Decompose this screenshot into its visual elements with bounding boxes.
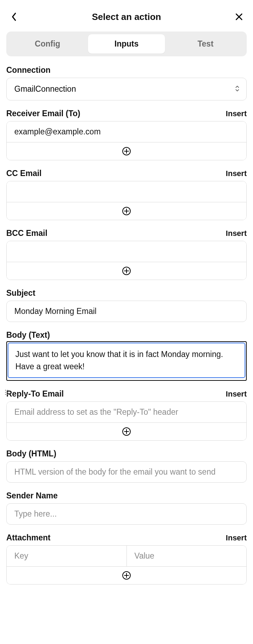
bcc-add-button[interactable]: [7, 262, 246, 280]
sender-name-section: Sender Name: [6, 491, 247, 525]
body-text-label: Body (Text): [6, 330, 50, 340]
attachment-insert-button[interactable]: Insert: [226, 533, 247, 542]
reply-to-label: Reply-To Email: [6, 389, 64, 399]
bcc-label: BCC Email: [6, 229, 48, 238]
body-html-input[interactable]: [6, 461, 247, 483]
select-caret-icon: [235, 85, 240, 93]
svg-point-12: [7, 390, 8, 391]
reply-to-section: Reply-To Email Insert: [6, 389, 247, 441]
plus-circle-icon: [122, 427, 131, 436]
reply-to-insert-button[interactable]: Insert: [226, 390, 247, 399]
tab-test[interactable]: Test: [167, 34, 244, 54]
chevron-left-icon: [11, 12, 17, 21]
receiver-label: Receiver Email (To): [6, 109, 80, 118]
cc-input[interactable]: [7, 181, 246, 202]
connection-label: Connection: [6, 65, 51, 75]
subject-label: Subject: [6, 288, 35, 298]
panel-title: Select an action: [20, 12, 233, 22]
attachment-value-input[interactable]: [127, 546, 247, 566]
subject-input[interactable]: [6, 301, 247, 322]
plus-circle-icon: [122, 266, 131, 275]
bcc-insert-button[interactable]: Insert: [226, 229, 247, 238]
reply-to-add-button[interactable]: [7, 423, 246, 440]
tab-bar: Config Inputs Test: [6, 31, 247, 56]
cc-add-button[interactable]: [7, 202, 246, 220]
subject-section: Subject: [6, 288, 247, 322]
tab-inputs[interactable]: Inputs: [88, 34, 165, 54]
body-text-textarea[interactable]: [8, 343, 245, 378]
body-html-section: Body (HTML): [6, 449, 247, 483]
body-text-section: Body (Text): [6, 330, 247, 381]
receiver-input[interactable]: [7, 121, 246, 142]
connection-section: Connection GmailConnection: [6, 65, 247, 100]
bcc-input[interactable]: [7, 241, 246, 262]
reply-to-input[interactable]: [7, 402, 246, 422]
connection-select[interactable]: GmailConnection: [6, 78, 247, 100]
sender-name-label: Sender Name: [6, 491, 58, 500]
svg-point-11: [5, 390, 6, 391]
receiver-section: Receiver Email (To) Insert: [6, 109, 247, 160]
drag-handle-icon[interactable]: [5, 389, 8, 397]
svg-point-14: [7, 392, 8, 393]
cc-insert-button[interactable]: Insert: [226, 169, 247, 178]
panel-header: Select an action: [6, 6, 247, 31]
attachment-label: Attachment: [6, 533, 51, 542]
plus-circle-icon: [122, 571, 131, 580]
back-button[interactable]: [8, 11, 20, 22]
svg-point-13: [5, 392, 6, 393]
bcc-section: BCC Email Insert: [6, 229, 247, 280]
attachment-section: Attachment Insert: [6, 533, 247, 584]
attachment-add-button[interactable]: [7, 567, 246, 584]
tab-config[interactable]: Config: [9, 34, 86, 54]
svg-point-16: [7, 394, 8, 395]
cc-label: CC Email: [6, 169, 42, 178]
cc-section: CC Email Insert: [6, 169, 247, 220]
receiver-add-button[interactable]: [7, 142, 246, 160]
body-html-label: Body (HTML): [6, 449, 56, 458]
close-button[interactable]: [233, 11, 245, 22]
attachment-key-input[interactable]: [7, 546, 127, 566]
receiver-insert-button[interactable]: Insert: [226, 109, 247, 118]
svg-point-15: [5, 394, 6, 395]
plus-circle-icon: [122, 147, 131, 156]
plus-circle-icon: [122, 206, 131, 216]
close-icon: [235, 13, 243, 21]
sender-name-input[interactable]: [6, 503, 247, 525]
